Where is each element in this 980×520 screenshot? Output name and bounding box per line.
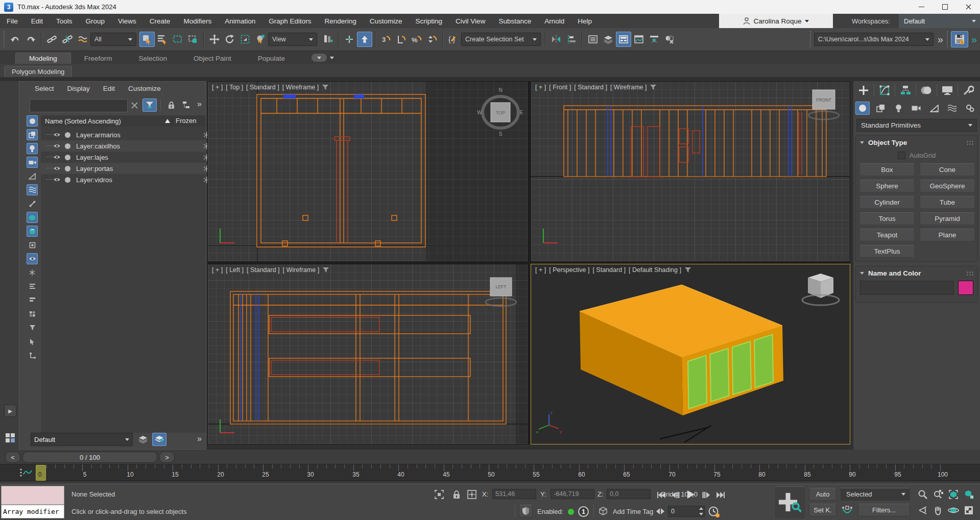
create-new-layer-icon[interactable] (152, 433, 166, 446)
viewport-menu-pov[interactable]: [ Top ] (226, 84, 243, 91)
close-button[interactable] (957, 0, 980, 14)
display-helpers-icon[interactable] (27, 170, 38, 182)
layer-name[interactable]: Layer:armarios (76, 131, 121, 139)
visibility-eye-icon[interactable] (53, 132, 61, 137)
object-name-input[interactable] (860, 281, 954, 295)
time-tag-cube-icon[interactable] (597, 506, 609, 517)
select-and-link-icon[interactable] (44, 32, 60, 47)
save-scene-icon[interactable]: ! (951, 31, 968, 47)
viewport-filter-icon[interactable] (684, 267, 691, 273)
display-materials-icon[interactable] (27, 226, 38, 237)
space-warps-category-icon[interactable] (945, 102, 959, 115)
workspace-grid-icon[interactable] (4, 431, 17, 444)
systems-category-icon[interactable] (963, 102, 977, 115)
auto-key-button[interactable]: Auto (809, 488, 836, 501)
sort-by-name-icon[interactable] (27, 281, 38, 292)
select-object-icon[interactable] (139, 32, 155, 47)
modify-tab[interactable] (874, 82, 895, 99)
viewport-front[interactable]: [ + ] [ Front ] [ Standard ] [ Wireframe… (531, 81, 850, 262)
viewport-menu-shading[interactable]: [ Default Shading ] (629, 266, 681, 274)
rollout-grip-icon[interactable] (966, 140, 973, 145)
torus-button[interactable]: Torus (859, 212, 915, 225)
box-button[interactable]: Box (859, 163, 915, 176)
viewport-menu-shading[interactable]: [ Wireframe ] (282, 84, 319, 91)
select-and-move-icon[interactable] (207, 32, 222, 47)
menu-create[interactable]: Create (143, 14, 177, 28)
minimize-button[interactable] (910, 0, 933, 14)
teapot-button[interactable]: Teapot (859, 229, 915, 241)
viewport-filter-icon[interactable] (650, 84, 657, 90)
pyramid-button[interactable]: Pyramid (920, 212, 975, 225)
menu-graph-editors[interactable]: Graph Editors (262, 14, 318, 28)
explorer-overflow-chevrons[interactable]: » (197, 100, 201, 109)
viewport-menu-general[interactable]: [ + ] (212, 266, 223, 274)
menu-tools[interactable]: Tools (50, 14, 79, 28)
display-objects-icon[interactable] (27, 239, 38, 251)
frozen-column-header[interactable]: Frozen (176, 117, 196, 125)
viewport-menu-pov[interactable]: [ Left ] (226, 266, 244, 274)
select-and-place-icon[interactable] (253, 32, 268, 47)
menu-modifiers[interactable]: Modifiers (177, 14, 218, 28)
zoom-icon[interactable] (916, 488, 929, 501)
ribbon-minimize-button[interactable] (312, 54, 327, 62)
menu-arnold[interactable]: Arnold (538, 14, 571, 28)
toolbar-more-chevrons[interactable]: » (971, 34, 976, 45)
display-frozen-icon[interactable] (27, 267, 38, 278)
plane-button[interactable]: Plane (920, 229, 975, 241)
ribbon-tab-modeling[interactable]: Modeling (15, 53, 71, 64)
key-filters-icon[interactable] (840, 504, 855, 516)
menu-group[interactable]: Group (79, 14, 112, 28)
layer-name[interactable]: Layer:caixilhos (76, 142, 120, 150)
mirror-icon[interactable] (548, 32, 564, 47)
maxscript-mini-listener[interactable] (1, 486, 64, 505)
named-selection-set-dropdown[interactable]: Create Selection Set (461, 33, 541, 46)
window-crossing-icon[interactable] (185, 32, 201, 47)
key-mode-toggle-icon[interactable] (655, 506, 666, 517)
lights-category-icon[interactable] (891, 102, 905, 115)
viewcube[interactable]: LEFT (480, 271, 521, 310)
material-editor-icon[interactable] (662, 32, 677, 47)
hierarchy-tab[interactable] (895, 82, 916, 99)
schematic-view-icon[interactable] (647, 32, 662, 47)
animation-shield-icon[interactable] (519, 505, 533, 517)
autogrid-checkbox[interactable] (898, 152, 905, 159)
z-coordinate-field[interactable]: 0,0 (607, 489, 651, 499)
angle-snap-icon[interactable] (394, 32, 409, 47)
filters-button[interactable]: Filters... (858, 504, 910, 516)
viewport-filter-icon[interactable] (322, 267, 329, 273)
cameras-category-icon[interactable] (909, 102, 923, 115)
go-to-start-button[interactable] (655, 488, 667, 501)
workspace-dropdown[interactable]: Default (899, 14, 980, 28)
menu-customize[interactable]: Customize (363, 14, 409, 28)
menu-scripting[interactable]: Scripting (409, 14, 449, 28)
percent-snap-icon[interactable]: % (409, 32, 424, 47)
expand-panel-button[interactable]: ▶ (4, 405, 16, 417)
visibility-eye-icon[interactable] (53, 177, 61, 182)
play-animation-button[interactable] (683, 487, 698, 502)
viewport-perspective[interactable]: [ + ] [ Perspective ] [ Standard ] [ Def… (531, 264, 850, 444)
viewcube[interactable]: TOP N W E S (477, 86, 524, 137)
display-geometry-icon[interactable] (27, 115, 38, 127)
render-toggle-icon[interactable] (65, 155, 70, 160)
polygon-modeling-panel-tab[interactable]: Polygon Modeling (4, 66, 72, 77)
layer-row[interactable]: Layer:armarios (41, 129, 206, 140)
display-tab[interactable] (937, 82, 958, 99)
display-hidden-icon[interactable] (27, 253, 38, 264)
active-layer-combo[interactable]: Default (31, 433, 133, 446)
viewport-top[interactable]: [ + ] [ Top ] [ Standard ] [ Wireframe ] (207, 81, 529, 262)
use-center-icon[interactable] (320, 32, 336, 47)
toggle-scene-explorer-icon[interactable] (585, 32, 601, 47)
ribbon-tab-populate[interactable]: Populate (245, 53, 298, 64)
menu-help[interactable]: Help (571, 14, 599, 28)
pan-hand-icon[interactable] (931, 504, 944, 516)
set-keys-button[interactable] (775, 486, 805, 518)
selection-filter-icon[interactable] (27, 322, 38, 333)
explorer-column-header[interactable]: Name (Sorted Ascending) Frozen (41, 115, 206, 127)
snaps-toggle-icon[interactable]: 3 (378, 32, 394, 47)
x-coordinate-field[interactable]: 531,46 (492, 489, 536, 499)
textplus-button[interactable]: TextPlus (859, 245, 915, 258)
orbit-icon[interactable] (947, 504, 960, 516)
render-toggle-icon[interactable] (65, 132, 70, 138)
ribbon-tab-object-paint[interactable]: Object Paint (180, 53, 245, 64)
sphere-button[interactable]: Sphere (859, 180, 915, 192)
